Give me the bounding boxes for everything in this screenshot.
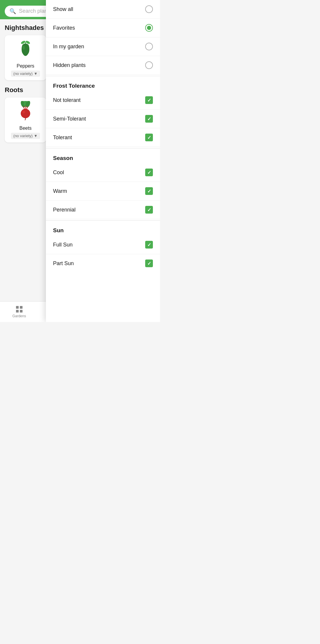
svg-rect-12 (16, 306, 19, 309)
pepper-icon (17, 39, 34, 62)
checkbox-tolerant[interactable]: ✓ (145, 134, 153, 141)
frost-tolerance-title: Frost Tolerance (46, 77, 160, 91)
check-icon: ✓ (147, 207, 151, 213)
plant-card-peppers[interactable]: Peppers (no variety) ▼ (5, 35, 46, 80)
beet-icon (17, 101, 34, 124)
check-icon: ✓ (147, 188, 151, 194)
pepper-variety[interactable]: (no variety) ▼ (11, 71, 40, 77)
filter-tolerant[interactable]: Tolerant ✓ (46, 128, 160, 147)
filter-in-my-garden[interactable]: In my garden (46, 37, 160, 56)
plant-card-beets[interactable]: Beets (no variety) ▼ (5, 97, 46, 142)
filter-favorites[interactable]: Favorites (46, 19, 160, 37)
filter-semi-tolerant[interactable]: Semi-Tolerant ✓ (46, 110, 160, 128)
chevron-down-icon: ▼ (34, 71, 38, 76)
check-icon: ✓ (147, 116, 151, 122)
check-icon: ✓ (147, 261, 151, 266)
radio-favorites[interactable] (145, 24, 153, 32)
checkbox-semi-tolerant[interactable]: ✓ (145, 115, 153, 123)
svg-point-3 (23, 46, 25, 50)
checkbox-full-sun[interactable]: ✓ (145, 241, 153, 249)
filter-show-all[interactable]: Show all (46, 0, 160, 19)
radio-hidden-plants[interactable] (145, 61, 153, 69)
nav-gardens-label: Gardens (12, 314, 26, 318)
beet-name: Beets (20, 126, 32, 131)
sun-title: Sun (46, 222, 160, 236)
filter-perennial[interactable]: Perennial ✓ (46, 201, 160, 219)
beet-variety[interactable]: (no variety) ▼ (11, 133, 40, 139)
filter-not-tolerant[interactable]: Not tolerant ✓ (46, 91, 160, 110)
nav-gardens[interactable]: Gardens (9, 304, 30, 319)
checkbox-not-tolerant[interactable]: ✓ (145, 96, 153, 104)
radio-show-all[interactable] (145, 5, 153, 13)
divider-3 (46, 220, 160, 221)
filter-part-sun[interactable]: Part Sun ✓ (46, 254, 160, 273)
radio-in-my-garden[interactable] (145, 43, 153, 50)
filter-full-sun[interactable]: Full Sun ✓ (46, 236, 160, 254)
svg-point-10 (21, 109, 30, 118)
pepper-name: Peppers (17, 63, 34, 69)
season-title: Season (46, 150, 160, 163)
filter-cool[interactable]: Cool ✓ (46, 163, 160, 182)
check-icon: ✓ (147, 170, 151, 175)
search-icon: 🔍 (9, 8, 16, 15)
checkbox-part-sun[interactable]: ✓ (145, 259, 153, 267)
divider-2 (46, 148, 160, 148)
filter-hidden-plants[interactable]: Hidden plants (46, 56, 160, 75)
checkbox-perennial[interactable]: ✓ (145, 206, 153, 214)
svg-point-11 (22, 110, 25, 113)
check-icon: ✓ (147, 97, 151, 103)
grid-icon (15, 305, 23, 313)
filter-dropdown: Show all Favorites In my garden Hidden p… (46, 0, 160, 322)
check-icon: ✓ (147, 135, 151, 140)
svg-rect-15 (20, 310, 23, 313)
checkbox-warm[interactable]: ✓ (145, 187, 153, 195)
checkbox-cool[interactable]: ✓ (145, 169, 153, 176)
check-icon: ✓ (147, 242, 151, 248)
filter-warm[interactable]: Warm ✓ (46, 182, 160, 201)
svg-rect-13 (20, 306, 23, 309)
chevron-down-icon: ▼ (34, 134, 38, 138)
svg-rect-14 (16, 310, 19, 313)
divider-1 (46, 76, 160, 76)
